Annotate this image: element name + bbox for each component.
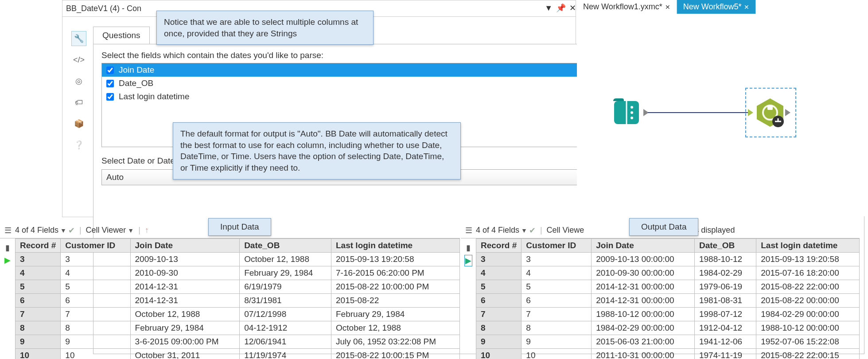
table-row[interactable]: 993-6-2015 09:00:00 PM12/06/1941July 06,…: [16, 335, 460, 349]
help-icon[interactable]: ❔: [71, 137, 86, 152]
input-port-icon[interactable]: [748, 109, 753, 116]
cell: 12/06/1941: [240, 335, 331, 349]
close-panel-icon[interactable]: ✕: [569, 3, 576, 13]
tab-workflow-1[interactable]: New Workflow1.yxmc* ✕: [577, 0, 677, 14]
chevron-down-icon[interactable]: ▼: [521, 227, 527, 234]
record-number: 9: [16, 335, 61, 349]
table-row[interactable]: 10102011-10-31 00:00:001974-11-192015-08…: [476, 349, 860, 359]
column-header[interactable]: Customer ID: [61, 239, 130, 253]
bookmark-icon[interactable]: ▮: [466, 243, 471, 253]
tool-bb-date-macro[interactable]: [754, 97, 786, 129]
table-row[interactable]: 332009-10-13October 12, 19882015-09-13 1…: [16, 253, 460, 266]
cell-viewer-label[interactable]: Cell Viewe: [547, 226, 584, 235]
callout-multiselect: Notice that we are able to select multip…: [156, 11, 374, 45]
cell: 2015-09-13 19:20:58: [756, 253, 860, 266]
table-row[interactable]: 332009-10-13 00:00:001988-10-122015-09-1…: [476, 253, 860, 266]
dropdown-icon[interactable]: ▼: [545, 4, 553, 13]
cell: 2015-06-03 21:00:00: [592, 335, 695, 349]
badge-output-data: Output Data: [629, 218, 698, 236]
bookmark-icon[interactable]: ▮: [5, 243, 10, 253]
cell: October 12, 1988: [240, 253, 331, 266]
callout-auto-format: The default format for output is "Auto".…: [173, 122, 461, 180]
column-header[interactable]: Date_OB: [240, 239, 331, 253]
table-row[interactable]: 662014-12-318/31/19812015-08-22: [16, 294, 460, 308]
table-row[interactable]: 1010October 31, 201111/19/19742015-08-22…: [16, 349, 460, 359]
cell-viewer-label[interactable]: Cell Viewer: [86, 226, 126, 235]
play-icon[interactable]: ▶: [465, 255, 472, 266]
output-port-icon[interactable]: [785, 109, 790, 116]
column-header[interactable]: Last login datetime: [331, 239, 460, 253]
cell: 2014-12-31: [130, 294, 240, 308]
column-header[interactable]: Customer ID: [522, 239, 592, 253]
column-header[interactable]: Date_OB: [694, 239, 756, 253]
table-row[interactable]: 552014-12-31 00:00:001979-06-192015-08-2…: [476, 280, 860, 294]
tag-icon[interactable]: 🏷: [71, 95, 86, 110]
code-xml-icon[interactable]: </>: [71, 52, 86, 67]
cell: 10: [61, 349, 130, 359]
column-header[interactable]: Record #: [16, 239, 61, 253]
cell: 2014-12-31 00:00:00: [592, 280, 695, 294]
target-icon[interactable]: ◎: [71, 74, 86, 89]
record-number: 8: [16, 321, 61, 335]
cell: October 12, 1988: [331, 321, 460, 335]
package-icon[interactable]: 📦: [71, 116, 86, 131]
table-row[interactable]: 552014-12-316/19/19792015-08-22 10:00:00…: [16, 280, 460, 294]
chevron-down-icon[interactable]: ▼: [128, 227, 134, 234]
tab-questions[interactable]: Questions: [93, 27, 150, 44]
sort-up-icon[interactable]: ↑: [145, 226, 149, 235]
check-icon[interactable]: ✔: [529, 226, 536, 235]
table-row[interactable]: 442010-09-30February 29, 19847-16-2015 0…: [16, 266, 460, 280]
tool-input-data[interactable]: [612, 97, 644, 129]
table-row[interactable]: 771988-10-12 00:00:001998-07-121984-02-2…: [476, 308, 860, 321]
svg-point-1: [631, 106, 633, 109]
select-fields-label: Select the fields which contain the date…: [101, 51, 323, 60]
column-header[interactable]: Join Date: [592, 239, 695, 253]
cell: February 29, 1984: [130, 321, 240, 335]
table-row[interactable]: 442010-09-30 00:00:001984-02-292015-07-1…: [476, 266, 860, 280]
check-icon[interactable]: ✔: [68, 226, 75, 235]
field-checkbox[interactable]: [106, 93, 114, 101]
cell: 2015-08-22 10:00:00 PM: [331, 280, 460, 294]
workflow-canvas[interactable]: [577, 17, 868, 216]
field-label: Date_OB: [119, 78, 153, 88]
cell: 1941-12-06: [694, 335, 756, 349]
field-checkbox[interactable]: [106, 66, 114, 74]
table-row[interactable]: 662014-12-31 00:00:001981-08-312015-08-2…: [476, 294, 860, 308]
column-header[interactable]: Last login datetime: [756, 239, 860, 253]
input-data-table[interactable]: Record #Customer IDJoin DateDate_OBLast …: [15, 238, 460, 359]
record-number: 4: [16, 266, 61, 280]
cell: 5: [522, 280, 592, 294]
field-checkbox[interactable]: [106, 80, 114, 87]
close-icon[interactable]: ✕: [665, 4, 670, 11]
cell: 04-12-1912: [240, 321, 331, 335]
chevron-down-icon[interactable]: ▼: [60, 227, 66, 234]
tab-workflow-5[interactable]: New Workflow5* ✕: [677, 0, 756, 14]
cell: 9: [522, 335, 592, 349]
cell: 1984-02-29: [694, 266, 756, 280]
results-output: ☰ 4 of 4 Fields ▼ ✔ | Cell Viewe rds dis…: [461, 222, 860, 358]
column-header[interactable]: Join Date: [130, 239, 240, 253]
close-icon[interactable]: ✕: [744, 4, 749, 11]
output-data-table[interactable]: Record #Customer IDJoin DateDate_OBLast …: [476, 238, 860, 359]
cell: 2010-09-30 00:00:00: [592, 266, 695, 280]
column-header[interactable]: Record #: [476, 239, 522, 253]
pin-icon[interactable]: 📌: [556, 3, 566, 13]
list-icon[interactable]: ☰: [463, 226, 474, 235]
cell: 2011-10-31 00:00:00: [592, 349, 695, 359]
table-row[interactable]: 881984-02-29 00:00:001912-04-121988-10-1…: [476, 321, 860, 335]
wrench-icon[interactable]: 🔧: [71, 31, 86, 46]
field-count: 4 of 4 Fields: [15, 226, 58, 235]
table-row[interactable]: 77October 12, 198807/12/1998February 29,…: [16, 308, 460, 321]
table-row[interactable]: 88February 29, 198404-12-1912October 12,…: [16, 321, 460, 335]
connection-wire[interactable]: [648, 112, 752, 113]
cell: 2015-08-22 22:00:00: [756, 280, 860, 294]
list-icon[interactable]: ☰: [3, 226, 13, 235]
table-row[interactable]: 992015-06-03 21:00:001941-12-061952-07-0…: [476, 335, 860, 349]
cell: 7-16-2015 06:20:00 PM: [331, 266, 460, 280]
cell: 2009-10-13: [130, 253, 240, 266]
record-number: 5: [476, 280, 522, 294]
cell: February 29, 1984: [331, 308, 460, 321]
cell: 5: [61, 280, 130, 294]
play-icon[interactable]: ▶: [4, 255, 11, 265]
record-number: 7: [16, 308, 61, 321]
